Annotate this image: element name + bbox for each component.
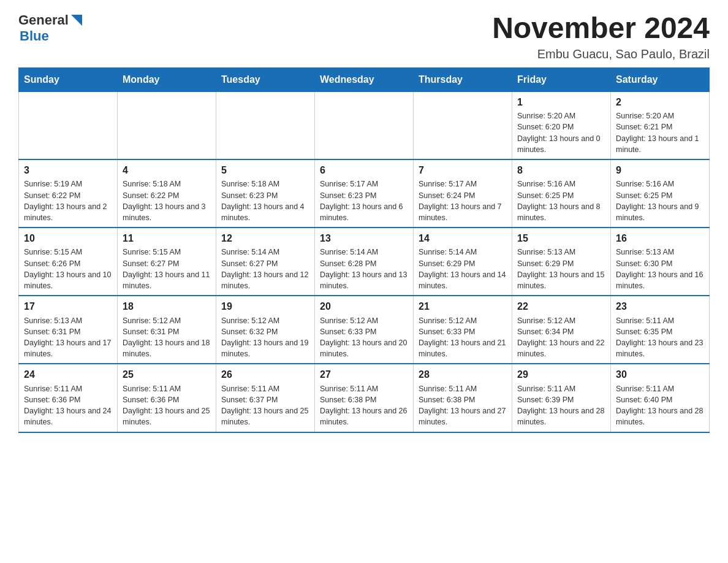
day-sun-info: Sunrise: 5:18 AM Sunset: 6:22 PM Dayligh… [123, 180, 206, 222]
calendar-week-row: 3Sunrise: 5:19 AM Sunset: 6:22 PM Daylig… [19, 159, 710, 228]
day-sun-info: Sunrise: 5:15 AM Sunset: 6:27 PM Dayligh… [123, 248, 210, 290]
day-sun-info: Sunrise: 5:18 AM Sunset: 6:23 PM Dayligh… [221, 180, 305, 222]
day-sun-info: Sunrise: 5:11 AM Sunset: 6:39 PM Dayligh… [517, 385, 604, 427]
day-sun-info: Sunrise: 5:17 AM Sunset: 6:24 PM Dayligh… [419, 180, 502, 222]
calendar-cell: 25Sunrise: 5:11 AM Sunset: 6:36 PM Dayli… [118, 364, 216, 432]
calendar-cell: 17Sunrise: 5:13 AM Sunset: 6:31 PM Dayli… [19, 296, 118, 364]
calendar-cell: 26Sunrise: 5:11 AM Sunset: 6:37 PM Dayli… [216, 364, 315, 432]
calendar-cell [19, 91, 118, 159]
day-number: 10 [24, 232, 112, 245]
calendar-cell: 1Sunrise: 5:20 AM Sunset: 6:20 PM Daylig… [512, 91, 611, 159]
day-number: 6 [320, 164, 408, 177]
day-sun-info: Sunrise: 5:20 AM Sunset: 6:21 PM Dayligh… [616, 112, 699, 154]
day-number: 21 [419, 300, 507, 313]
calendar-cell: 8Sunrise: 5:16 AM Sunset: 6:25 PM Daylig… [512, 159, 611, 228]
day-sun-info: Sunrise: 5:12 AM Sunset: 6:33 PM Dayligh… [320, 316, 407, 359]
day-sun-info: Sunrise: 5:12 AM Sunset: 6:32 PM Dayligh… [221, 316, 308, 359]
day-sun-info: Sunrise: 5:14 AM Sunset: 6:28 PM Dayligh… [320, 248, 407, 290]
calendar-cell: 30Sunrise: 5:11 AM Sunset: 6:40 PM Dayli… [611, 364, 710, 432]
day-sun-info: Sunrise: 5:16 AM Sunset: 6:25 PM Dayligh… [616, 180, 699, 222]
calendar-cell: 11Sunrise: 5:15 AM Sunset: 6:27 PM Dayli… [118, 228, 216, 296]
calendar-cell: 28Sunrise: 5:11 AM Sunset: 6:38 PM Dayli… [414, 364, 512, 432]
logo-arrow-icon [70, 13, 83, 27]
day-sun-info: Sunrise: 5:11 AM Sunset: 6:36 PM Dayligh… [123, 385, 210, 427]
calendar-cell [414, 91, 512, 159]
day-sun-info: Sunrise: 5:20 AM Sunset: 6:20 PM Dayligh… [517, 112, 601, 154]
day-sun-info: Sunrise: 5:15 AM Sunset: 6:26 PM Dayligh… [24, 248, 111, 290]
day-sun-info: Sunrise: 5:16 AM Sunset: 6:25 PM Dayligh… [517, 180, 601, 222]
day-number: 18 [123, 300, 211, 313]
day-sun-info: Sunrise: 5:11 AM Sunset: 6:36 PM Dayligh… [24, 385, 111, 427]
calendar-week-row: 10Sunrise: 5:15 AM Sunset: 6:26 PM Dayli… [19, 228, 710, 296]
calendar-cell: 6Sunrise: 5:17 AM Sunset: 6:23 PM Daylig… [315, 159, 414, 228]
day-sun-info: Sunrise: 5:11 AM Sunset: 6:38 PM Dayligh… [320, 385, 407, 427]
day-sun-info: Sunrise: 5:12 AM Sunset: 6:34 PM Dayligh… [517, 316, 604, 359]
logo-general-text: General [18, 12, 69, 28]
calendar-cell: 14Sunrise: 5:14 AM Sunset: 6:29 PM Dayli… [414, 228, 512, 296]
svg-marker-0 [71, 15, 82, 26]
day-sun-info: Sunrise: 5:11 AM Sunset: 6:38 PM Dayligh… [419, 385, 506, 427]
calendar-cell: 21Sunrise: 5:12 AM Sunset: 6:33 PM Dayli… [414, 296, 512, 364]
logo: General Blue [18, 12, 83, 44]
day-number: 8 [517, 164, 605, 177]
day-sun-info: Sunrise: 5:12 AM Sunset: 6:33 PM Dayligh… [419, 316, 506, 359]
calendar-week-row: 24Sunrise: 5:11 AM Sunset: 6:36 PM Dayli… [19, 364, 710, 432]
day-number: 23 [616, 300, 704, 313]
day-number: 26 [221, 368, 309, 381]
day-number: 7 [419, 164, 507, 177]
calendar-cell [315, 91, 414, 159]
title-section: November 2024 Embu Guacu, Sao Paulo, Bra… [492, 12, 710, 61]
weekday-header-thursday: Thursday [414, 67, 512, 91]
calendar-cell: 7Sunrise: 5:17 AM Sunset: 6:24 PM Daylig… [414, 159, 512, 228]
day-sun-info: Sunrise: 5:11 AM Sunset: 6:40 PM Dayligh… [616, 385, 703, 427]
calendar-cell: 18Sunrise: 5:12 AM Sunset: 6:31 PM Dayli… [118, 296, 216, 364]
calendar-cell: 3Sunrise: 5:19 AM Sunset: 6:22 PM Daylig… [19, 159, 118, 228]
page-header: General Blue November 2024 Embu Guacu, S… [18, 12, 710, 61]
day-sun-info: Sunrise: 5:11 AM Sunset: 6:35 PM Dayligh… [616, 316, 703, 359]
day-sun-info: Sunrise: 5:13 AM Sunset: 6:31 PM Dayligh… [24, 316, 111, 359]
calendar-cell: 19Sunrise: 5:12 AM Sunset: 6:32 PM Dayli… [216, 296, 315, 364]
calendar-week-row: 17Sunrise: 5:13 AM Sunset: 6:31 PM Dayli… [19, 296, 710, 364]
day-number: 2 [616, 96, 704, 109]
day-number: 11 [123, 232, 211, 245]
day-sun-info: Sunrise: 5:11 AM Sunset: 6:37 PM Dayligh… [221, 385, 308, 427]
day-sun-info: Sunrise: 5:14 AM Sunset: 6:27 PM Dayligh… [221, 248, 308, 290]
day-number: 30 [616, 368, 704, 381]
calendar-cell: 10Sunrise: 5:15 AM Sunset: 6:26 PM Dayli… [19, 228, 118, 296]
day-sun-info: Sunrise: 5:13 AM Sunset: 6:29 PM Dayligh… [517, 248, 604, 290]
weekday-header-row: SundayMondayTuesdayWednesdayThursdayFrid… [19, 67, 710, 91]
calendar-cell: 24Sunrise: 5:11 AM Sunset: 6:36 PM Dayli… [19, 364, 118, 432]
weekday-header-wednesday: Wednesday [315, 67, 414, 91]
calendar-cell: 13Sunrise: 5:14 AM Sunset: 6:28 PM Dayli… [315, 228, 414, 296]
calendar-cell: 20Sunrise: 5:12 AM Sunset: 6:33 PM Dayli… [315, 296, 414, 364]
day-sun-info: Sunrise: 5:13 AM Sunset: 6:30 PM Dayligh… [616, 248, 703, 290]
day-number: 4 [123, 164, 211, 177]
day-number: 22 [517, 300, 605, 313]
day-number: 14 [419, 232, 507, 245]
month-title: November 2024 [492, 12, 710, 45]
day-number: 15 [517, 232, 605, 245]
calendar-cell: 29Sunrise: 5:11 AM Sunset: 6:39 PM Dayli… [512, 364, 611, 432]
calendar-cell: 27Sunrise: 5:11 AM Sunset: 6:38 PM Dayli… [315, 364, 414, 432]
weekday-header-monday: Monday [118, 67, 216, 91]
calendar-cell [118, 91, 216, 159]
calendar-cell: 2Sunrise: 5:20 AM Sunset: 6:21 PM Daylig… [611, 91, 710, 159]
day-number: 20 [320, 300, 408, 313]
calendar-week-row: 1Sunrise: 5:20 AM Sunset: 6:20 PM Daylig… [19, 91, 710, 159]
calendar-table: SundayMondayTuesdayWednesdayThursdayFrid… [18, 67, 710, 433]
day-number: 27 [320, 368, 408, 381]
day-number: 1 [517, 96, 605, 109]
calendar-cell: 16Sunrise: 5:13 AM Sunset: 6:30 PM Dayli… [611, 228, 710, 296]
day-number: 12 [221, 232, 309, 245]
weekday-header-friday: Friday [512, 67, 611, 91]
day-number: 5 [221, 164, 309, 177]
day-number: 17 [24, 300, 112, 313]
day-sun-info: Sunrise: 5:17 AM Sunset: 6:23 PM Dayligh… [320, 180, 403, 222]
calendar-cell: 15Sunrise: 5:13 AM Sunset: 6:29 PM Dayli… [512, 228, 611, 296]
day-sun-info: Sunrise: 5:19 AM Sunset: 6:22 PM Dayligh… [24, 180, 107, 222]
day-number: 24 [24, 368, 112, 381]
location-subtitle: Embu Guacu, Sao Paulo, Brazil [492, 47, 710, 61]
weekday-header-tuesday: Tuesday [216, 67, 315, 91]
calendar-cell: 22Sunrise: 5:12 AM Sunset: 6:34 PM Dayli… [512, 296, 611, 364]
calendar-cell: 23Sunrise: 5:11 AM Sunset: 6:35 PM Dayli… [611, 296, 710, 364]
